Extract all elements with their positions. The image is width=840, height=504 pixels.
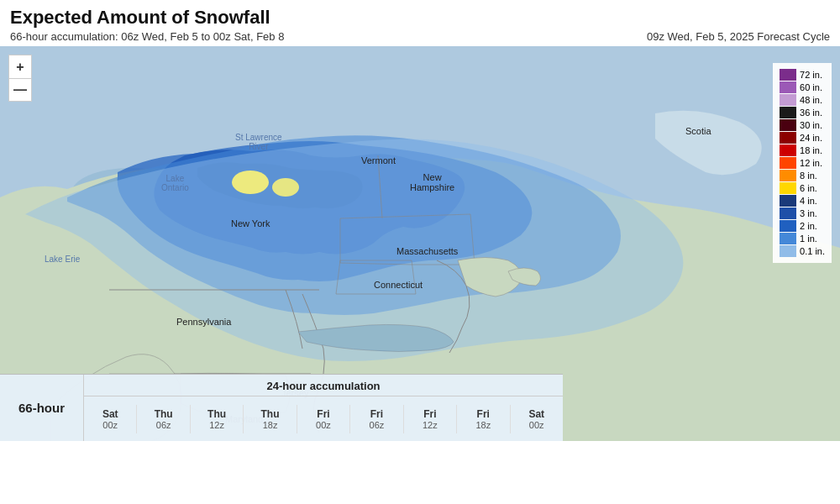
time-hour: 00z (102, 420, 118, 430)
legend-color-swatch (780, 94, 796, 106)
legend-item: 0.1 in. (780, 245, 825, 257)
legend-color-swatch (780, 182, 796, 194)
time-slots: Sat00zThu06zThu12zThu18zFri00zFri06zFri1… (84, 396, 563, 441)
legend-item: 36 in. (780, 107, 825, 118)
legend-color-swatch (780, 195, 796, 207)
time-day: Thu (261, 408, 280, 420)
legend-label: 60 in. (800, 82, 822, 92)
legend-item: 30 in. (780, 119, 825, 131)
zoom-controls: + — (8, 55, 32, 102)
legend-label: 18 in. (800, 145, 822, 155)
map-container: + — New YorkVermontNew HampshireMassachu… (0, 46, 840, 441)
time-hour: 06z (156, 420, 171, 430)
legend-color-swatch (780, 170, 796, 181)
legend-item: 3 in. (780, 207, 825, 219)
accumulation-header: 24-hour accumulation (84, 375, 563, 396)
time-hour: 18z (263, 420, 278, 430)
time-day: Fri (477, 408, 490, 420)
time-slot[interactable]: Thu12z (191, 405, 244, 433)
time-day: Fri (423, 408, 436, 420)
time-hour: 00z (316, 420, 331, 430)
svg-point-3 (232, 171, 269, 194)
legend-item: 18 in. (780, 144, 825, 156)
legend-item: 12 in. (780, 157, 825, 169)
legend-item: 4 in. (780, 195, 825, 207)
time-hour: 18z (475, 420, 491, 430)
legend-color-swatch (780, 107, 796, 118)
legend-item: 48 in. (780, 94, 825, 106)
legend-label: 6 in. (800, 183, 817, 193)
legend-label: 72 in. (800, 70, 822, 80)
legend-item: 72 in. (780, 69, 825, 81)
legend-color-swatch (780, 144, 796, 156)
zoom-out-button[interactable]: — (8, 78, 32, 102)
time-slot[interactable]: Fri00z (297, 405, 350, 433)
legend-label: 0.1 in. (800, 246, 825, 256)
svg-point-4 (272, 178, 299, 197)
legend-item: 60 in. (780, 81, 825, 93)
legend-color-swatch (780, 220, 796, 232)
zoom-in-button[interactable]: + (8, 55, 32, 78)
time-day: Sat (528, 408, 544, 420)
time-slot[interactable]: Fri06z (350, 405, 403, 433)
legend-item: 2 in. (780, 220, 825, 232)
time-hour: 12z (423, 420, 438, 430)
time-hour: 00z (529, 420, 544, 430)
subtitle-right: 09z Wed, Feb 5, 2025 Forecast Cycle (647, 30, 830, 43)
time-day: Thu (155, 408, 173, 420)
legend-label: 48 in. (800, 95, 822, 105)
time-day: Sat (102, 408, 118, 420)
legend-label: 24 in. (800, 133, 822, 143)
time-slot[interactable]: Thu06z (137, 405, 190, 433)
time-slot[interactable]: Sat00z (511, 405, 563, 433)
legend-item: 1 in. (780, 233, 825, 244)
hour-label: 66-hour (0, 375, 84, 441)
legend-item: 8 in. (780, 170, 825, 181)
legend-label: 1 in. (800, 234, 817, 244)
legend-color-swatch (780, 119, 796, 131)
page-title: Expected Amount of Snowfall (0, 0, 840, 30)
legend-item: 6 in. (780, 182, 825, 194)
legend-color-swatch (780, 81, 796, 93)
legend-label: 2 in. (800, 221, 817, 231)
time-slot[interactable]: Fri12z (404, 405, 457, 433)
legend-label: 36 in. (800, 108, 822, 118)
legend-color-swatch (780, 157, 796, 169)
time-day: Thu (207, 408, 226, 420)
legend: 72 in.60 in.48 in.36 in.30 in.24 in.18 i… (773, 63, 832, 263)
legend-label: 30 in. (800, 120, 822, 130)
time-day: Fri (370, 408, 383, 420)
legend-color-swatch (780, 233, 796, 244)
legend-label: 3 in. (800, 208, 817, 218)
legend-label: 4 in. (800, 196, 817, 206)
legend-label: 12 in. (800, 158, 822, 168)
legend-color-swatch (780, 132, 796, 144)
time-day: Fri (317, 408, 329, 420)
bottom-panel: 66-hour 24-hour accumulation Sat00zThu06… (0, 374, 563, 441)
time-slot[interactable]: Sat00z (84, 405, 137, 433)
time-hour: 06z (370, 420, 385, 430)
subtitle-left: 66-hour accumulation: 06z Wed, Feb 5 to … (10, 30, 284, 43)
time-slot[interactable]: Fri18z (457, 405, 510, 433)
time-slot[interactable]: Thu18z (244, 405, 297, 433)
legend-label: 8 in. (800, 171, 817, 181)
legend-color-swatch (780, 245, 796, 257)
legend-item: 24 in. (780, 132, 825, 144)
time-hour: 12z (209, 420, 224, 430)
legend-color-swatch (780, 207, 796, 219)
legend-color-swatch (780, 69, 796, 81)
